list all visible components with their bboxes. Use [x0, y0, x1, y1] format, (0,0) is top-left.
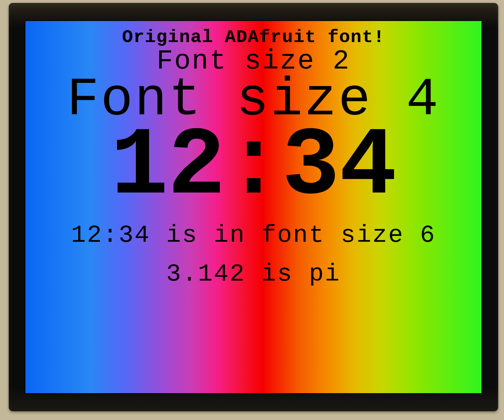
lcd-screen: Original ADAfruit font! Font size 2 Font…	[25, 20, 482, 394]
text-line-4: 12:34	[110, 119, 396, 215]
screen-content: Original ADAfruit font! Font size 2 Font…	[25, 21, 482, 393]
text-line-1: Original ADAfruit font!	[122, 27, 385, 48]
lcd-bezel: Original ADAfruit font! Font size 2 Font…	[9, 3, 498, 411]
text-line-6: 3.142 is pi	[166, 260, 341, 288]
text-line-5: 12:34 is in font size 6	[71, 221, 436, 249]
